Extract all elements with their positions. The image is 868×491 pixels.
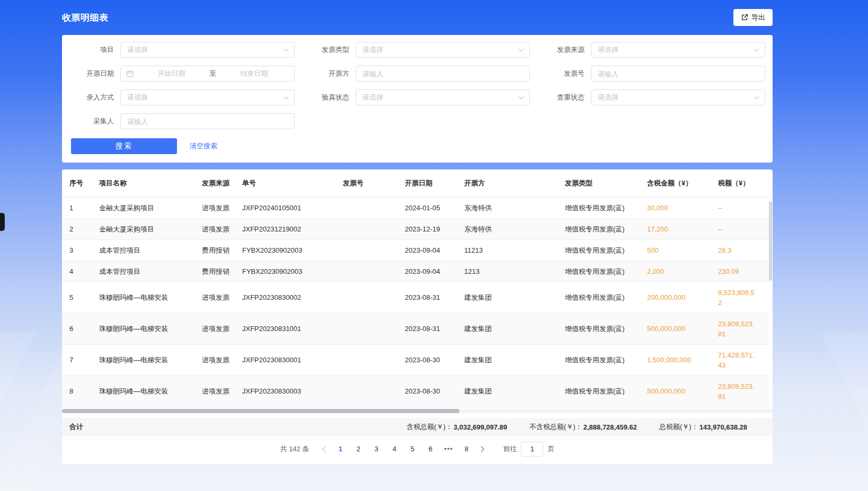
cell-project_name: 珠穆朗玛峰—电梯安装 <box>92 313 194 344</box>
cell-issuer: 1213 <box>457 261 557 282</box>
clear-search-link[interactable]: 清空搜索 <box>190 141 217 151</box>
summary-total-label: 合计 <box>69 422 83 432</box>
table-row[interactable]: 7珠穆朗玛峰—电梯安装进项发票JXFP202308300012023-08-30… <box>62 344 769 376</box>
column-header-index: 序号 <box>62 169 92 197</box>
table-row[interactable]: 4成本管控项目费用报销FYBX202309020032023-09-041213… <box>62 261 769 282</box>
cell-index: 4 <box>62 261 92 282</box>
cell-project_name: 珠穆朗玛峰—电梯安装 <box>92 282 194 313</box>
cell-invoice_type: 增值税专用发票(蓝) <box>557 344 640 376</box>
column-header-doc_no: 单号 <box>235 169 335 197</box>
table-row[interactable]: 8珠穆朗玛峰—电梯安装进项发票JXFP202308300032023-08-30… <box>62 376 769 407</box>
cell-doc_no: JXFP20230831001 <box>235 313 335 344</box>
project-select-placeholder: 请选择 <box>127 45 148 55</box>
cell-amount_incl_tax: 2,000 <box>640 261 711 282</box>
cell-index: 2 <box>62 218 92 239</box>
cell-doc_no: JXFP20230830002 <box>235 282 335 313</box>
entry-method-field: 录入方式 请选择 <box>62 90 297 105</box>
verify-status-label: 验真状态 <box>297 93 349 102</box>
end-date-placeholder[interactable]: 结束日期 <box>219 69 289 78</box>
table-row[interactable]: 1金融大厦采购项目进项发票JXFP202401050012024-01-05东海… <box>62 197 769 218</box>
collector-field: 采集人 <box>62 113 297 129</box>
project-label: 项目 <box>62 45 114 55</box>
cell-invoice_no <box>335 376 397 407</box>
cell-amount_incl_tax: 500,000,000 <box>640 313 711 344</box>
duplicate-status-select[interactable]: 请选择 <box>591 90 765 105</box>
issuer-input-wrap <box>356 66 530 82</box>
entry-method-select[interactable]: 请选择 <box>120 90 295 105</box>
invoice-no-input[interactable] <box>591 66 765 81</box>
horizontal-scrollbar-thumb[interactable] <box>62 409 459 413</box>
cell-invoice_type: 增值税专用发票(蓝) <box>557 239 640 261</box>
cell-invoice_type: 增值税专用发票(蓝) <box>557 261 640 282</box>
invoice-date-range-picker[interactable]: 开始日期 至 结束日期 <box>120 66 295 82</box>
app-background: 收票明细表 导出 项目 请选择 <box>0 0 868 491</box>
collector-input[interactable] <box>121 114 294 129</box>
pagination-total: 共 142 条 <box>280 444 309 454</box>
vertical-scrollbar-thumb[interactable] <box>769 201 772 281</box>
cell-amount_excl_tax: 476,190,476.19 <box>761 376 769 407</box>
column-header-tax_amount: 税额（¥） <box>711 169 761 197</box>
invoice-source-field: 发票来源 请选择 <box>533 42 768 58</box>
collector-input-wrap <box>120 113 295 129</box>
cell-invoice_no <box>335 344 397 376</box>
issuer-input[interactable] <box>356 66 529 81</box>
cell-invoice_no <box>335 239 397 261</box>
cell-invoice_source: 费用报销 <box>194 239 235 261</box>
verify-status-select[interactable]: 请选择 <box>356 90 530 105</box>
summary-value: 2,888,728,459.62 <box>583 423 637 431</box>
goto-unit: 页 <box>547 444 554 454</box>
invoice-source-select[interactable]: 请选择 <box>591 42 765 58</box>
cell-amount_excl_tax: 190,476,190.48 <box>761 282 769 313</box>
cell-amount_incl_tax: 17,200 <box>640 218 711 239</box>
project-select[interactable]: 请选择 <box>120 42 295 58</box>
cell-invoice_no <box>335 313 397 344</box>
goto-page-input[interactable] <box>521 442 543 456</box>
cell-amount_incl_tax: 200,000,000 <box>640 282 711 313</box>
start-date-placeholder[interactable]: 开始日期 <box>137 69 206 78</box>
cell-invoice_source: 进项发票 <box>194 282 235 313</box>
cell-invoice_no <box>335 218 397 239</box>
summary-value: 143,970,638.28 <box>699 423 747 431</box>
page-button-6[interactable]: 6 <box>422 442 438 457</box>
invoice-type-label: 发票类型 <box>297 45 349 55</box>
column-header-invoice_source: 发票来源 <box>194 169 235 197</box>
pagination-ellipsis[interactable]: ••• <box>440 442 456 457</box>
search-button[interactable]: 搜索 <box>71 138 177 154</box>
column-header-issuer: 开票方 <box>457 169 557 197</box>
cell-issuer: 建发集团 <box>457 282 557 313</box>
page-button-2[interactable]: 2 <box>350 442 366 457</box>
table-row[interactable]: 5珠穆朗玛峰—电梯安装进项发票JXFP202308300022023-08-31… <box>62 282 769 313</box>
table-row[interactable]: 2金融大厦采购项目进项发票JXFP202312190022023-12-19东海… <box>62 218 769 239</box>
column-header-amount_excl_tax: 不含税金额（¥） <box>761 169 769 197</box>
horizontal-scrollbar[interactable] <box>62 409 773 413</box>
page-button-1[interactable]: 1 <box>332 442 348 457</box>
filter-row: 采集人 <box>62 113 773 129</box>
page-button-5[interactable]: 5 <box>404 442 420 457</box>
cell-amount_excl_tax: 1,428,571,428.57 <box>761 344 769 376</box>
invoice-type-select[interactable]: 请选择 <box>356 42 530 58</box>
page-button-8[interactable]: 8 <box>458 442 474 457</box>
cell-project_name: 金融大厦采购项目 <box>92 197 194 218</box>
next-page-button[interactable] <box>475 442 489 457</box>
table-row[interactable]: 6珠穆朗玛峰—电梯安装进项发票JXFP202308310012023-08-31… <box>62 313 769 344</box>
cell-project_name: 珠穆朗玛峰—电梯安装 <box>92 376 194 407</box>
export-button[interactable]: 导出 <box>733 9 773 26</box>
cell-doc_no: FYBX20230902003 <box>235 239 335 261</box>
cell-invoice_source: 进项发票 <box>194 376 235 407</box>
prev-page-button[interactable] <box>317 442 331 457</box>
cell-issuer: 建发集团 <box>457 313 557 344</box>
page-button-4[interactable]: 4 <box>386 442 402 457</box>
page-title: 收票明细表 <box>62 12 109 24</box>
summary-amount-incl-tax: 含税总额(￥)： 3,032,699,097.89 <box>406 422 507 432</box>
chevron-down-icon <box>519 46 524 51</box>
cell-invoice_date: 2023-09-04 <box>397 261 457 282</box>
project-field: 项目 请选择 <box>62 42 297 58</box>
table-row[interactable]: 3成本管控项目费用报销FYBX202309020032023-09-041121… <box>62 239 769 261</box>
page-button-3[interactable]: 3 <box>368 442 384 457</box>
table-body: 1金融大厦采购项目进项发票JXFP202401050012024-01-05东海… <box>62 197 769 407</box>
cell-invoice_type: 增值税专用发票(蓝) <box>557 376 640 407</box>
summary-bar: 合计 含税总额(￥)： 3,032,699,097.89 不含税总额(￥)： 2… <box>62 418 773 436</box>
cell-issuer: 东海特供 <box>457 197 557 218</box>
entry-method-select-placeholder: 请选择 <box>127 93 148 102</box>
drawer-handle[interactable] <box>0 213 5 231</box>
